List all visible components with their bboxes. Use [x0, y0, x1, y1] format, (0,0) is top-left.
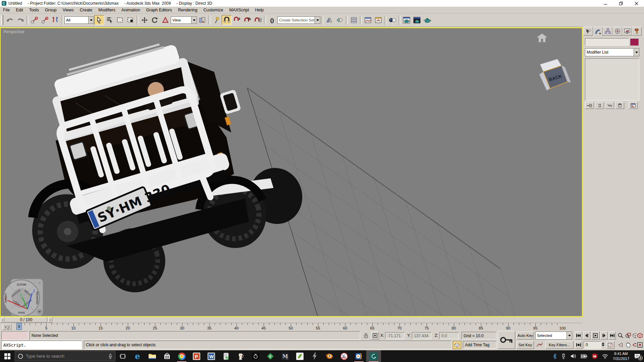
time-configuration-button[interactable] — [606, 341, 614, 349]
viewcube[interactable]: BACK — [539, 59, 571, 90]
menu-edit[interactable]: Edit — [13, 7, 26, 13]
curve-editor-button[interactable] — [363, 15, 373, 25]
current-frame-marker[interactable]: 0 — [16, 323, 22, 330]
taskbar-media-player[interactable] — [352, 350, 366, 362]
taskbar-feather-app[interactable] — [292, 350, 307, 362]
task-view-button[interactable] — [115, 350, 130, 362]
taskbar-blender[interactable] — [322, 350, 337, 362]
key-filters-button[interactable]: Key Filters... — [545, 341, 574, 349]
object-name-field[interactable] — [585, 38, 629, 46]
bluetooth-icon[interactable] — [553, 354, 556, 359]
set-keys-button[interactable] — [498, 331, 515, 349]
taskbar-3dsmax[interactable] — [366, 350, 381, 362]
edit-named-selection-sets-button[interactable]: {} — [267, 15, 277, 25]
taskbar-pitcher-app[interactable] — [233, 350, 248, 362]
select-object-button[interactable] — [94, 15, 104, 25]
minimize-button[interactable] — [598, 0, 613, 7]
maximize-viewport-toggle[interactable] — [637, 341, 643, 349]
go-to-start-button[interactable] — [575, 331, 582, 340]
select-and-scale-button[interactable] — [160, 15, 170, 25]
wheel-rewind-label[interactable]: REWIND — [36, 292, 39, 305]
mirror-button[interactable] — [324, 15, 334, 25]
action-center-button[interactable]: 4 — [634, 353, 641, 359]
percent-snap-toggle[interactable]: % — [243, 15, 253, 25]
rendered-frame-window-button[interactable] — [412, 15, 422, 25]
mini-curve-editor-button[interactable] — [3, 324, 11, 330]
snaps-toggle-button[interactable] — [222, 15, 232, 25]
selection-lock-toggle[interactable] — [362, 331, 370, 340]
quick-render-button[interactable] — [422, 15, 432, 25]
time-slider[interactable]: 0 / 100 — [5, 317, 47, 322]
macro-recorder-pane[interactable] — [1, 331, 28, 340]
toolbar-grip[interactable] — [1, 15, 3, 25]
select-and-move-button[interactable] — [140, 15, 150, 25]
taskbar-chrome[interactable] — [174, 350, 189, 362]
absolute-offset-mode-toggle[interactable] — [371, 331, 379, 340]
car-model[interactable]: SY·HM 330 — [1, 28, 316, 316]
viewcube-home-icon[interactable] — [537, 34, 547, 42]
menu-help[interactable]: Help — [252, 7, 267, 13]
current-frame-field[interactable]: 0 — [584, 341, 601, 349]
adaptive-degradation-toggle[interactable] — [453, 341, 461, 349]
object-color-swatch[interactable] — [630, 38, 639, 46]
use-pivot-point-button[interactable] — [197, 15, 207, 25]
select-by-name-button[interactable] — [105, 15, 115, 25]
unlink-selection-button[interactable] — [40, 15, 50, 25]
remove-modifier-button[interactable] — [615, 102, 624, 109]
material-editor-button[interactable] — [387, 15, 397, 25]
rectangular-selection-region-button[interactable] — [115, 15, 125, 25]
play-animation-button[interactable] — [591, 331, 600, 340]
y-coord-field[interactable]: 137.434 — [412, 332, 431, 339]
menu-customize[interactable]: Customize — [200, 7, 226, 13]
usb-icon[interactable] — [561, 354, 566, 359]
mcafee-icon[interactable] — [592, 353, 597, 359]
wheel-pan-label[interactable]: PAN — [18, 311, 24, 314]
start-button[interactable] — [0, 350, 15, 362]
selection-filter-dropdown[interactable]: All — [64, 16, 94, 24]
tab-create[interactable] — [583, 27, 593, 36]
wifi-icon[interactable] — [602, 354, 608, 359]
next-frame-button[interactable] — [600, 331, 608, 340]
select-and-manipulate-button[interactable] — [211, 15, 221, 25]
zoom-extents-all-button[interactable] — [637, 331, 643, 340]
reference-coordinate-dropdown[interactable]: View — [171, 16, 197, 24]
menu-create[interactable]: Create — [77, 7, 96, 13]
battery-icon[interactable] — [581, 354, 587, 358]
volume-icon[interactable] — [571, 354, 576, 359]
close-button[interactable] — [629, 0, 644, 7]
frame-spinner[interactable] — [601, 341, 605, 349]
taskbar-lightning-app[interactable] — [307, 350, 322, 362]
show-end-result-button[interactable] — [595, 102, 604, 109]
previous-frame-button[interactable] — [583, 331, 590, 340]
menu-modifiers[interactable]: Modifiers — [95, 7, 118, 13]
x-coord-field[interactable]: -71.171 — [385, 332, 405, 339]
configure-modifier-sets-button[interactable] — [629, 102, 638, 109]
render-setup-button[interactable] — [401, 15, 412, 25]
auto-key-button[interactable]: Auto Key — [517, 331, 534, 340]
tab-utilities[interactable] — [632, 27, 642, 36]
modifier-stack-list[interactable] — [585, 58, 639, 101]
taskbar-powerpoint[interactable]: P — [189, 350, 204, 362]
key-mode-dropdown[interactable]: Selected — [535, 331, 572, 340]
next-frame-slider-button[interactable]: › — [48, 317, 52, 322]
taskbar-snipping-app[interactable] — [337, 350, 352, 362]
tab-motion[interactable] — [612, 27, 622, 36]
menu-group[interactable]: Group — [42, 7, 60, 13]
spinner-snap-toggle[interactable] — [253, 15, 263, 25]
modifier-list-dropdown[interactable]: Modifier List — [585, 48, 639, 56]
bind-to-space-warp-button[interactable] — [50, 15, 60, 25]
menu-graph-editors[interactable]: Graph Editors — [143, 7, 175, 13]
field-of-view-button[interactable] — [617, 341, 624, 349]
menu-maxscript[interactable]: MAXScript — [226, 7, 252, 13]
add-time-tag[interactable]: Add Time Tag — [463, 341, 496, 349]
maxscript-mini-listener[interactable]: AXScript. — [1, 341, 82, 349]
menu-rendering[interactable]: Rendering — [175, 7, 201, 13]
tab-hierarchy[interactable] — [603, 27, 612, 36]
steering-wheel[interactable]: × ZOOM PAN ORBIT REWIND CENTER WALK LOOK… — [3, 279, 43, 316]
track-bar-ruler[interactable]: 0 5 10 15 20 25 30 35 40 45 50 55 60 65 … — [19, 323, 562, 330]
taskbar-store[interactable] — [160, 350, 174, 362]
default-in-out-tangents-button[interactable] — [535, 341, 544, 349]
restore-button[interactable] — [613, 0, 629, 7]
pan-view-button[interactable] — [625, 341, 631, 349]
z-coord-field[interactable]: 0.0 — [439, 332, 459, 339]
